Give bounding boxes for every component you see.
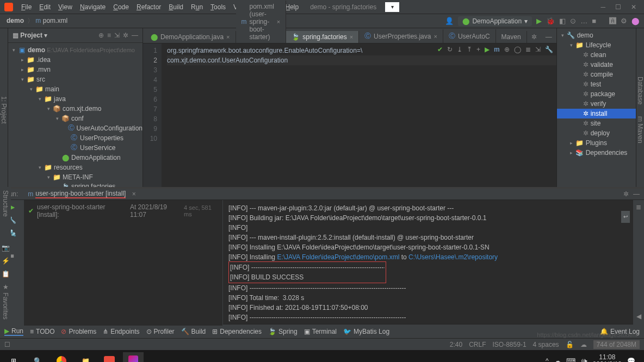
plus-icon[interactable]: + [476, 46, 480, 53]
maven-deploy[interactable]: ✲deploy [557, 128, 636, 138]
status-cloud-icon[interactable]: ☁ [580, 341, 587, 348]
status-crlf[interactable]: CRLF [469, 341, 486, 348]
link-icon[interactable]: ⤒ [467, 46, 472, 53]
tab-maven[interactable]: Maven [496, 31, 527, 43]
tab-springfactories[interactable]: 🍃spring.factories× [286, 31, 359, 43]
user-icon[interactable]: 👤 [445, 17, 454, 25]
tab-demoapplication[interactable]: ⬤DemoApplication.java× [145, 31, 236, 43]
notification-icon[interactable]: 💬 [627, 357, 635, 362]
minimize-icon[interactable]: ─ [600, 3, 605, 11]
project-tool-tab[interactable]: 1: Project [0, 96, 8, 124]
download-icon[interactable]: ⤓ [457, 46, 462, 53]
debug-icon[interactable]: 🐞 [546, 17, 555, 25]
bottom-deps[interactable]: ⊞Dependencies [212, 328, 262, 335]
tree-mvn[interactable]: ▸📁.mvn [8, 65, 143, 74]
tray-up-icon[interactable]: ^ [546, 357, 549, 362]
search-icon[interactable]: 🔍 [27, 352, 48, 362]
status-encoding[interactable]: ISO-8859-1 [493, 341, 527, 348]
bottom-endpoints[interactable]: ⋔Endpoints [103, 328, 139, 335]
bottom-problems[interactable]: ⊘Problems [61, 328, 96, 335]
tab-hide-icon[interactable]: — [541, 31, 556, 43]
lang-icon[interactable]: 🅰 [609, 17, 616, 25]
tree-src[interactable]: ▾📁src [8, 74, 143, 84]
stop-icon[interactable]: … [580, 17, 587, 25]
run-icon[interactable]: ▶ [536, 17, 542, 25]
target-icon[interactable]: ⊕ [504, 46, 510, 53]
clock[interactable]: 11:082021/8/19 [593, 354, 622, 362]
maven-root[interactable]: ▾🔧demo [557, 30, 636, 40]
maven-plugins[interactable]: ▸📁Plugins [557, 138, 636, 148]
maven-validate[interactable]: ✲validate [557, 60, 636, 70]
tree-java[interactable]: ▾📁java [8, 94, 143, 104]
tree-springfactories[interactable]: 🍃spring.factories [8, 182, 143, 187]
tree-conf[interactable]: ▾📦conf [8, 114, 143, 123]
maven-tool-tab[interactable]: m Maven [636, 116, 644, 143]
explorer-icon[interactable]: 📁 [75, 352, 96, 362]
expand-all-icon[interactable]: ≡ [107, 32, 111, 39]
tree-resources[interactable]: ▾📁resources [8, 163, 143, 172]
menu-run[interactable]: Run [187, 3, 207, 11]
menu-file[interactable]: File [17, 3, 35, 11]
menu-build[interactable]: Build [165, 3, 187, 11]
maven-lifecycle[interactable]: ▾📁Lifecycle [557, 40, 636, 50]
menu-edit[interactable]: Edit [35, 3, 54, 11]
toolbar-dropdown[interactable]: ▾ [385, 2, 399, 12]
maven-clean[interactable]: ✲clean [557, 50, 636, 60]
coverage-icon[interactable]: ◧ [559, 17, 566, 25]
menu-tools[interactable]: Tools [207, 3, 230, 11]
tree-package[interactable]: ▾📦com.xjt.demo [8, 104, 143, 114]
scroll-icon[interactable]: ≣ [636, 203, 641, 211]
tab-userautoc[interactable]: ⒸUserAutoC [443, 29, 496, 43]
m-icon[interactable]: m [494, 46, 500, 53]
maven-install[interactable]: ✲install [557, 109, 636, 118]
tree-demoapp[interactable]: ⬤DemoApplication [8, 153, 143, 163]
menu-refactor[interactable]: Refactor [133, 3, 165, 11]
bottom-terminal[interactable]: ▣Terminal [304, 328, 337, 335]
tray-volume-icon[interactable]: 🕪 [581, 357, 587, 362]
wrench-icon[interactable]: 🔧 [545, 46, 553, 53]
tree-main[interactable]: ▾📁main [8, 84, 143, 94]
bottom-build[interactable]: 🔨Build [181, 328, 206, 335]
bottom-profiler[interactable]: ⊙Profiler [146, 328, 175, 335]
close-icon[interactable]: ✕ [631, 3, 636, 11]
maximize-icon[interactable]: ☐ [615, 3, 621, 11]
run-config-selector[interactable]: ⬤DemoApplication ▾ [458, 16, 532, 26]
run-tab[interactable]: muser-spring-boot-starter [install] × [23, 189, 140, 199]
lock-icon[interactable]: 🔓 [566, 341, 574, 348]
menu-navigate[interactable]: Navigate [76, 3, 109, 11]
maven-deps[interactable]: ▸📚Dependencies [557, 148, 636, 158]
project-title[interactable]: Project [20, 32, 42, 39]
bottom-run[interactable]: ▶Run [4, 327, 23, 336]
app-red-icon[interactable] [99, 352, 120, 362]
maven-test[interactable]: ✲test [557, 79, 636, 89]
tree-idea[interactable]: ▸📁.idea [8, 55, 143, 65]
database-tool-tab[interactable]: Database [636, 77, 644, 104]
status-indent[interactable]: 4 spaces [533, 341, 559, 348]
console-output[interactable]: ↩ [INFO] --- maven-jar-plugin:3.2.0:jar … [223, 200, 633, 326]
maven-site[interactable]: ✲site [557, 118, 636, 128]
soft-wrap-icon[interactable]: ↩ [621, 211, 630, 223]
tree-userservice[interactable]: ⒸUserService [8, 143, 143, 153]
tree-root[interactable]: ▾▣demo E:\JAVA Folder\ideaProject\demo [8, 45, 143, 55]
chrome-icon[interactable] [51, 352, 72, 362]
tree-userauto[interactable]: ⒸUserAutoConfiguration [8, 123, 143, 133]
collapse-console-icon[interactable]: ◀ [636, 313, 641, 320]
code-editor[interactable]: org.springframework.boot.autoconfigure.E… [162, 43, 556, 187]
settings-icon[interactable]: ⚙ [621, 17, 627, 25]
reload-icon[interactable]: ↻ [447, 46, 453, 53]
intellij-icon[interactable] [123, 352, 144, 362]
bottom-mybatis[interactable]: 🐦MyBatis Log [343, 328, 389, 335]
hide-icon[interactable]: — [132, 32, 138, 39]
run-settings-icon[interactable]: ✲ [623, 190, 629, 198]
play-icon[interactable]: ▶ [485, 46, 490, 53]
tree-metainf[interactable]: ▾📁META-INF [8, 172, 143, 182]
favorites-tab[interactable]: ★ Favorites [2, 283, 9, 320]
menu-code[interactable]: Code [109, 3, 133, 11]
collapse-icon[interactable]: ⇲ [535, 46, 541, 53]
collapse-icon[interactable]: ⇲ [114, 32, 120, 39]
gear-icon[interactable]: ✲ [123, 32, 128, 39]
tab-userproperties[interactable]: ⒸUserProperties.java× [359, 29, 443, 43]
status-toggle-icon[interactable]: ☐ [4, 341, 10, 348]
maven-package[interactable]: ✲package [557, 89, 636, 99]
tray-lang-icon[interactable]: ⌨ [566, 357, 575, 362]
